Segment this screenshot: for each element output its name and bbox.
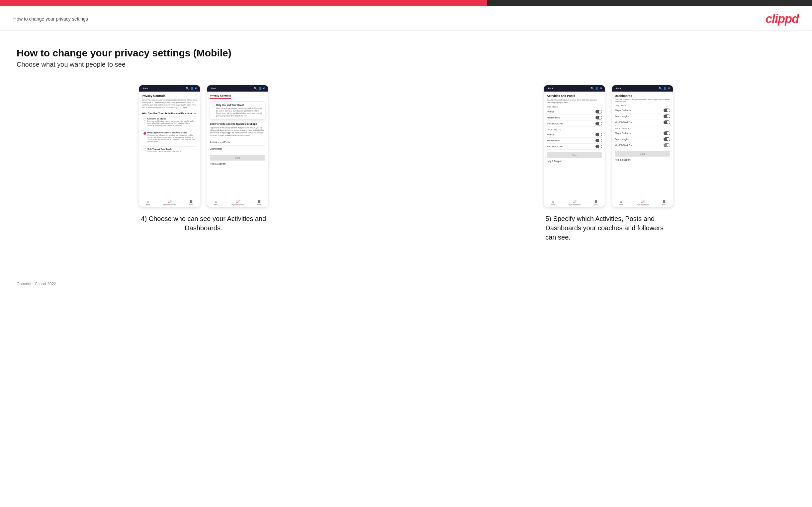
option-followers[interactable]: Only Approved Followers and Your Coach O… xyxy=(142,130,197,144)
search-icon-4[interactable]: 🔍 xyxy=(659,87,662,90)
home-icon-4: ⌂ xyxy=(620,200,622,204)
menu-dashboards-arrow: › xyxy=(264,147,265,150)
followers-manual-switch[interactable] xyxy=(596,145,602,148)
radio-you-coach[interactable] xyxy=(144,148,146,151)
followers-rounds-switch[interactable] xyxy=(596,133,602,136)
nav-performance-3[interactable]: 📈 My Performance xyxy=(568,200,581,206)
screen2-tab[interactable]: Privacy Controls xyxy=(210,94,231,99)
screen2-popup: Only You and Your Coach Only you and the… xyxy=(210,102,265,120)
screen3-followers-label: FOLLOWERS xyxy=(547,129,602,131)
coaches-rounds-toggle[interactable]: Rounds xyxy=(547,109,602,115)
screen4-bottom-nav: ⌂ Home 📈 My Performance ☰ Menu xyxy=(612,198,673,207)
coaches-drills-switch[interactable] xyxy=(596,116,602,119)
screen1-body-text: Control how you and your data appears to… xyxy=(142,99,197,109)
followers-drills-toggle[interactable]: Practice Drills xyxy=(547,138,602,144)
header: How to change your privacy settings clip… xyxy=(0,6,812,31)
followers-manual-toggle[interactable]: Manual Activities xyxy=(547,144,602,150)
nav-performance-1[interactable]: 📈 My Performance xyxy=(163,200,176,206)
coaches-what-to-work-toggle[interactable]: What To Work On xyxy=(615,119,670,125)
screen1-icons: 🔍 👤 ⚙ xyxy=(186,87,197,90)
coaches-player-dashboard-label: Player Dashboard xyxy=(615,109,632,111)
coaches-player-dashboard-switch[interactable] xyxy=(664,109,670,112)
screen2-header: ‹ Back 🔍 👤 ⚙ xyxy=(207,85,268,92)
nav-home-label-4: Home xyxy=(619,204,623,206)
nav-menu-4[interactable]: ☰ Menu xyxy=(662,200,666,206)
coaches-round-insights-label: Round Insights xyxy=(615,115,629,117)
person-icon-2[interactable]: 👤 xyxy=(258,87,262,90)
nav-home-2[interactable]: ⌂ Home xyxy=(214,200,218,206)
coaches-round-insights-switch[interactable] xyxy=(664,114,670,118)
home-icon-3: ⌂ xyxy=(552,200,554,204)
nav-home-4[interactable]: ⌂ Home xyxy=(619,200,623,206)
nav-menu-3[interactable]: ☰ Menu xyxy=(594,200,599,206)
coaches-round-insights-toggle[interactable]: Round Insights xyxy=(615,113,670,119)
followers-player-dashboard-switch[interactable] xyxy=(664,131,670,135)
nav-performance-4[interactable]: 📈 My Performance xyxy=(637,200,649,206)
screen4-body-text: Select the dashboards that you'd like to… xyxy=(615,99,670,103)
screen2-icons: 🔍 👤 ⚙ xyxy=(254,87,265,90)
nav-menu-1[interactable]: ☰ Menu xyxy=(189,200,193,206)
search-icon-2[interactable]: 🔍 xyxy=(254,87,257,90)
menu-activities[interactable]: Activities and Posts › xyxy=(210,139,265,146)
screen4-save[interactable]: Save xyxy=(615,151,670,157)
menu-dashboards[interactable]: Dashboards › xyxy=(210,146,265,152)
screen3-header: ‹ Back 🔍 👤 ⚙ xyxy=(544,85,605,92)
screen3-body-text: Select the types of activity that you'd … xyxy=(547,99,602,104)
option-everyone[interactable]: Everyone on Clippd Everyone on Clippd ca… xyxy=(142,116,197,128)
settings-icon-2[interactable]: ⚙ xyxy=(263,87,265,90)
menu-activities-label: Activities and Posts xyxy=(210,141,230,143)
screen3-save[interactable]: Save xyxy=(547,152,602,158)
coaches-manual-toggle[interactable]: Manual Activities xyxy=(547,121,602,127)
followers-drills-switch[interactable] xyxy=(596,139,602,143)
radio-everyone[interactable] xyxy=(144,118,146,121)
screen2-back[interactable]: ‹ Back xyxy=(210,87,216,90)
screen4-back[interactable]: ‹ Back xyxy=(615,87,621,90)
performance-icon-4: 📈 xyxy=(641,200,645,204)
coaches-rounds-label: Rounds xyxy=(547,111,554,113)
nav-home-label-1: Home xyxy=(146,204,150,206)
nav-home-label-3: Home xyxy=(551,204,555,206)
coaches-what-to-work-switch[interactable] xyxy=(664,120,670,124)
option-you-coach[interactable]: Only You and Your Coach Only you and the… xyxy=(142,146,197,154)
settings-icon[interactable]: ⚙ xyxy=(195,87,197,90)
nav-home-label-2: Home xyxy=(214,204,218,206)
followers-drills-label: Practice Drills xyxy=(547,139,560,142)
followers-what-to-work-switch[interactable] xyxy=(664,143,670,147)
caption-1: 4) Choose who can see your Activities an… xyxy=(141,214,267,233)
screen3-back[interactable]: ‹ Back xyxy=(547,87,553,90)
coaches-player-dashboard-toggle[interactable]: Player Dashboard xyxy=(615,108,670,113)
settings-icon-3[interactable]: ⚙ xyxy=(600,87,602,90)
person-icon-4[interactable]: 👤 xyxy=(663,87,666,90)
followers-round-insights-switch[interactable] xyxy=(664,137,670,141)
followers-round-insights-toggle[interactable]: Round Insights xyxy=(615,136,670,143)
screen4-help: Help & Support xyxy=(615,159,670,161)
nav-performance-2[interactable]: 📈 My Performance xyxy=(232,200,244,206)
search-icon-3[interactable]: 🔍 xyxy=(591,87,594,90)
search-icon[interactable]: 🔍 xyxy=(186,87,189,90)
nav-menu-2[interactable]: ☰ Menu xyxy=(257,200,261,206)
coaches-manual-switch[interactable] xyxy=(596,122,602,125)
settings-icon-4[interactable]: ⚙ xyxy=(668,87,670,90)
screen1-back[interactable]: ‹ Back xyxy=(142,87,148,90)
followers-player-dashboard-label: Player Dashboard xyxy=(615,132,632,134)
person-icon[interactable]: 👤 xyxy=(190,87,194,90)
menu-icon-3: ☰ xyxy=(595,200,598,204)
followers-rounds-toggle[interactable]: Rounds xyxy=(547,132,602,138)
coaches-drills-toggle[interactable]: Practice Drills xyxy=(547,115,602,121)
radio-followers[interactable] xyxy=(144,132,146,135)
person-icon-3[interactable]: 👤 xyxy=(595,87,599,90)
screen3-title: Activities and Posts xyxy=(547,94,602,98)
screen4-mockup: ‹ Back 🔍 👤 ⚙ Dashboards Select the dashb… xyxy=(612,85,673,207)
nav-home-3[interactable]: ⌂ Home xyxy=(551,200,555,206)
followers-what-to-work-toggle[interactable]: What To Work On xyxy=(615,143,670,148)
screen2-save[interactable]: Save xyxy=(210,155,265,161)
screenshot-group-1: ‹ Back 🔍 👤 ⚙ Privacy Controls Control ho… xyxy=(16,85,391,233)
popup-radio[interactable] xyxy=(212,105,215,107)
coaches-rounds-switch[interactable] xyxy=(596,110,602,113)
followers-player-dashboard-toggle[interactable]: Player Dashboard xyxy=(615,130,670,136)
screen1-subsection: Who Can See Your Activities and Dashboar… xyxy=(142,112,197,115)
screen2-help: Help & Support xyxy=(210,163,265,165)
menu-activities-arrow: › xyxy=(264,141,265,144)
screen4-title: Dashboards xyxy=(615,94,670,98)
nav-home-1[interactable]: ⌂ Home xyxy=(146,200,150,206)
